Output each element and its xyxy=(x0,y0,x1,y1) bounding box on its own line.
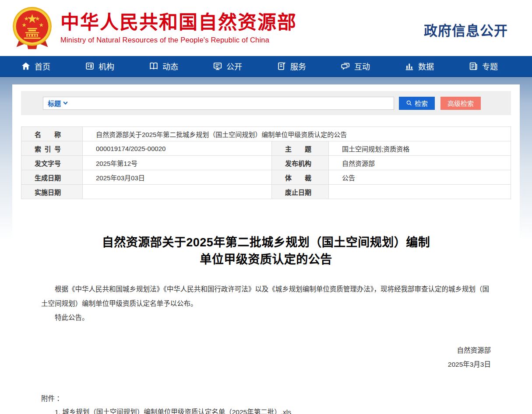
nav-item-data[interactable]: 数据 xyxy=(405,60,447,72)
nav-item-label: 首页 xyxy=(35,60,50,72)
meta-value-index: 000019174/2025-00020 xyxy=(83,141,272,156)
site-subtitle: Ministry of Natural Resources of the Peo… xyxy=(60,36,297,44)
national-emblem-icon xyxy=(11,6,53,51)
advanced-search-button[interactable]: 高级检索 xyxy=(440,97,481,110)
nav-item-label: 专题 xyxy=(482,60,498,72)
meta-value-subject: 国土空间规划;资质资格 xyxy=(329,141,511,156)
search-icon xyxy=(406,100,412,106)
meta-value-name: 自然资源部关于2025年第二批城乡规划（国土空间规划）编制单位甲级资质认定的公告 xyxy=(83,127,511,141)
search-field-label: 标题 xyxy=(48,98,61,108)
meta-label-genre: 体裁 xyxy=(285,173,311,182)
nav-item-label: 机构 xyxy=(99,60,114,72)
newspaper-icon xyxy=(469,61,478,71)
home-icon xyxy=(21,61,31,71)
meta-value-docnum: 2025年第12号 xyxy=(83,156,272,170)
chat-bubbles-icon xyxy=(341,61,350,71)
meta-label-docnum: 发文字号 xyxy=(35,158,61,168)
nav-item-label: 数据 xyxy=(418,60,434,72)
page-background: 标题 检索 高级检索 名称 自然资源部关于2025年 xyxy=(0,77,532,414)
signature-block: 自然资源部 2025年3月3日 xyxy=(41,344,491,372)
signature-org: 自然资源部 xyxy=(41,344,491,358)
table-row: 名称 自然资源部关于2025年第二批城乡规划（国土空间规划）编制单位甲级资质认定… xyxy=(21,127,511,141)
meta-value-agency: 自然资源部 xyxy=(329,156,511,170)
meta-label-effective: 实施日期 xyxy=(35,187,61,196)
doc-body: 根据《中华人民共和国城乡规划法》《中华人民共和国行政许可法》以及《城乡规划编制单… xyxy=(41,282,491,325)
search-box: 标题 xyxy=(43,97,394,110)
attachments: 附件 ： 1. 城乡规划（国土空间规划）编制单位甲级资质认定名单（2025年第二… xyxy=(41,393,491,414)
meta-label-created: 生成日期 xyxy=(35,173,61,182)
doc-meta-table: 名称 自然资源部关于2025年第二批城乡规划（国土空间规划）编制单位甲级资质认定… xyxy=(21,126,511,199)
site-title: 中华人民共和国自然资源部 xyxy=(60,12,297,33)
nav-item-label: 动态 xyxy=(162,60,178,72)
meta-label-repeal: 废止日期 xyxy=(285,187,311,196)
nav-item-label: 服务 xyxy=(290,60,306,72)
attachment-link-1[interactable]: 1. 城乡规划（国土空间规划）编制单位甲级资质认定名单（2025年第二批）.xl… xyxy=(55,407,491,414)
table-row: 生成日期 2025年03月03日 体裁 公告 xyxy=(21,170,511,185)
page-section-title: 政府信息公开 xyxy=(424,17,508,39)
chevron-down-icon xyxy=(63,100,68,106)
content-card: 标题 检索 高级检索 名称 自然资源部关于2025年 xyxy=(12,84,520,414)
site-header: 中华人民共和国自然资源部 Ministry of Natural Resourc… xyxy=(0,0,532,56)
monitor-icon xyxy=(213,61,222,71)
nav-item-org[interactable]: 机构 xyxy=(85,60,127,72)
meta-label-subject: 主题 xyxy=(285,144,311,153)
nav-item-service[interactable]: 服务 xyxy=(277,60,319,72)
attachments-label: 附件 ： xyxy=(41,393,491,403)
nav-item-label: 公开 xyxy=(226,60,242,72)
nav-item-label: 互动 xyxy=(354,60,370,72)
doc-title: 自然资源部关于2025年第二批城乡规划（国土空间规划）编制单位甲级资质认定的公告 xyxy=(102,234,430,268)
signature-date: 2025年3月3日 xyxy=(41,358,491,372)
meta-value-created: 2025年03月03日 xyxy=(83,170,272,185)
search-bar: 标题 检索 高级检索 xyxy=(21,91,511,115)
table-row: 实施日期 废止日期 xyxy=(21,185,511,199)
nav-item-news[interactable]: 动态 xyxy=(149,60,191,72)
site-brand: 中华人民共和国自然资源部 Ministry of Natural Resourc… xyxy=(60,12,297,44)
search-field-selector[interactable]: 标题 xyxy=(48,98,68,108)
document-pen-icon xyxy=(277,61,286,71)
bar-chart-icon xyxy=(405,61,414,71)
nav-item-interact[interactable]: 互动 xyxy=(341,60,383,72)
organization-icon xyxy=(85,61,95,71)
doc-paragraph: 特此公告。 xyxy=(41,311,491,325)
nav-item-disclosure[interactable]: 公开 xyxy=(213,60,255,72)
table-row: 发文字号 2025年第12号 发布机构 自然资源部 xyxy=(21,156,511,170)
meta-value-repeal xyxy=(329,185,511,199)
main-nav: 首页 机构 动态 公开 服务 xyxy=(0,56,532,77)
search-button-label: 检索 xyxy=(415,98,428,108)
search-input[interactable] xyxy=(71,98,389,109)
meta-label-agency: 发布机构 xyxy=(285,158,311,168)
nav-item-special[interactable]: 专题 xyxy=(469,60,511,72)
meta-label-name: 名称 xyxy=(35,130,61,139)
open-book-icon xyxy=(149,61,159,71)
meta-label-index: 索引号 xyxy=(35,144,61,153)
doc-paragraph: 根据《中华人民共和国城乡规划法》《中华人民共和国行政许可法》以及《城乡规划编制单… xyxy=(41,282,491,311)
table-row: 索引号 000019174/2025-00020 主题 国土空间规划;资质资格 xyxy=(21,141,511,156)
article: 自然资源部关于2025年第二批城乡规划（国土空间规划）编制单位甲级资质认定的公告… xyxy=(21,234,511,414)
nav-item-home[interactable]: 首页 xyxy=(21,60,63,72)
meta-value-effective xyxy=(83,185,272,199)
search-button[interactable]: 检索 xyxy=(399,97,435,110)
meta-value-genre: 公告 xyxy=(329,170,511,185)
